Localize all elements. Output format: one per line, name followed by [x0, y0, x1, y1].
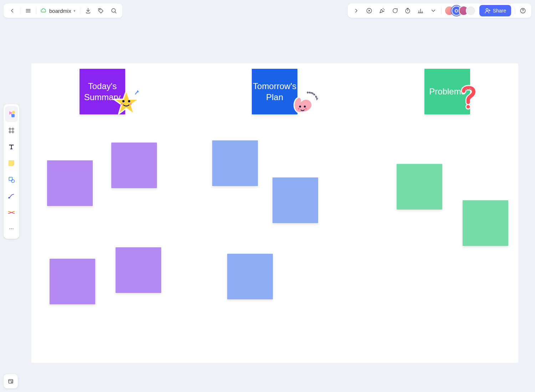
- select-tool[interactable]: [5, 106, 18, 122]
- chevron-down-icon: ▾: [73, 9, 76, 13]
- menu-button[interactable]: [22, 4, 35, 17]
- svg-rect-24: [11, 114, 15, 117]
- frame-icon: [8, 127, 15, 134]
- sticky-note[interactable]: [463, 200, 508, 246]
- svg-point-58: [470, 89, 471, 90]
- connector-icon: [7, 208, 15, 216]
- sticky-note[interactable]: [272, 177, 318, 223]
- confetti-icon: [379, 7, 385, 14]
- chevron-down-icon: [430, 7, 437, 14]
- svg-point-51: [298, 108, 300, 110]
- tag-icon: [98, 7, 104, 14]
- svg-point-3: [100, 9, 100, 10]
- svg-point-41: [11, 382, 12, 383]
- line-tool[interactable]: [5, 188, 18, 204]
- present-button[interactable]: [363, 4, 376, 17]
- frame-tool[interactable]: [5, 123, 18, 138]
- download-button[interactable]: [82, 4, 95, 17]
- avatar[interactable]: [466, 6, 476, 16]
- minimap-button[interactable]: [4, 374, 18, 388]
- chart-button[interactable]: [414, 4, 427, 17]
- sticky-note-tool[interactable]: [5, 155, 18, 171]
- svg-line-47: [136, 91, 138, 94]
- more-tools[interactable]: [5, 221, 18, 237]
- user-plus-icon: [484, 7, 491, 14]
- timer-icon: [404, 7, 411, 14]
- shape-tool[interactable]: [5, 172, 18, 187]
- expand-button[interactable]: [350, 4, 363, 17]
- more-tools-button[interactable]: [427, 4, 440, 17]
- svg-point-49: [299, 105, 301, 107]
- svg-line-9: [384, 9, 384, 10]
- svg-line-8: [383, 8, 383, 9]
- board-title: boardmix: [49, 8, 71, 14]
- text-icon: [8, 143, 15, 150]
- collaborator-avatars[interactable]: O: [443, 6, 477, 16]
- svg-rect-39: [9, 380, 13, 383]
- svg-point-50: [304, 105, 306, 107]
- svg-point-54: [466, 104, 470, 109]
- tag-button[interactable]: [95, 4, 107, 17]
- avatar-initial: O: [455, 8, 458, 14]
- chevron-left-icon: [9, 7, 15, 14]
- curve-icon: [8, 192, 15, 200]
- sticky-note[interactable]: [50, 259, 95, 304]
- svg-point-34: [11, 180, 14, 182]
- sticky-note[interactable]: [227, 254, 273, 299]
- sticky-note[interactable]: [111, 143, 157, 188]
- svg-point-25: [12, 111, 15, 114]
- sticky-note[interactable]: [212, 140, 258, 186]
- star-sticker[interactable]: [112, 88, 141, 117]
- celebrate-button[interactable]: [376, 4, 388, 17]
- hamburger-icon: [25, 7, 31, 14]
- chevron-right-icon: [353, 7, 360, 14]
- top-bar: boardmix ▾: [4, 4, 531, 18]
- svg-point-38: [12, 228, 13, 229]
- back-button[interactable]: [6, 4, 19, 17]
- sticky-note[interactable]: [116, 247, 161, 293]
- svg-point-37: [11, 228, 12, 229]
- separator: [80, 7, 80, 15]
- top-bar-left: boardmix ▾: [4, 4, 122, 18]
- share-button[interactable]: Share: [479, 5, 511, 16]
- top-bar-right: O Share: [348, 4, 531, 18]
- svg-point-22: [523, 12, 523, 12]
- svg-point-18: [486, 9, 488, 11]
- svg-point-44: [128, 100, 130, 102]
- canvas[interactable]: Today's Summary Tomorrow's Plan Problems: [31, 63, 518, 363]
- cursor-shapes-icon: [7, 110, 16, 118]
- shapes-icon: [8, 176, 15, 183]
- text-tool[interactable]: [5, 139, 18, 155]
- svg-point-36: [9, 228, 10, 229]
- share-label: Share: [493, 8, 506, 14]
- cloud-sync-icon: [41, 7, 47, 14]
- dots-icon: [8, 226, 15, 232]
- svg-point-35: [9, 197, 10, 198]
- help-button[interactable]: [516, 4, 529, 17]
- svg-point-43: [122, 100, 124, 102]
- svg-point-52: [305, 108, 307, 110]
- separator: [515, 7, 515, 15]
- separator: [36, 7, 36, 15]
- sticky-note-icon: [7, 159, 15, 167]
- comment-icon: [392, 7, 398, 14]
- star-icon: [112, 88, 141, 117]
- sticky-note[interactable]: [47, 160, 93, 206]
- connector-tool[interactable]: [5, 205, 18, 220]
- search-button[interactable]: [107, 4, 120, 17]
- left-toolbar: [4, 104, 19, 239]
- comment-button[interactable]: [388, 4, 401, 17]
- svg-point-45: [121, 103, 123, 105]
- separator: [441, 7, 442, 15]
- search-icon: [111, 7, 117, 14]
- question-mark-sticker[interactable]: [458, 85, 479, 110]
- play-circle-icon: [366, 7, 372, 14]
- timer-button[interactable]: [401, 4, 414, 17]
- header-label: Tomorrow's Plan: [253, 81, 296, 103]
- help-icon: [520, 7, 526, 14]
- flex-arm-sticker[interactable]: come on: [290, 88, 318, 115]
- svg-text:come on: come on: [307, 91, 318, 100]
- board-title-dropdown[interactable]: boardmix ▾: [38, 7, 78, 14]
- bar-chart-icon: [417, 7, 424, 14]
- sticky-note[interactable]: [397, 164, 442, 210]
